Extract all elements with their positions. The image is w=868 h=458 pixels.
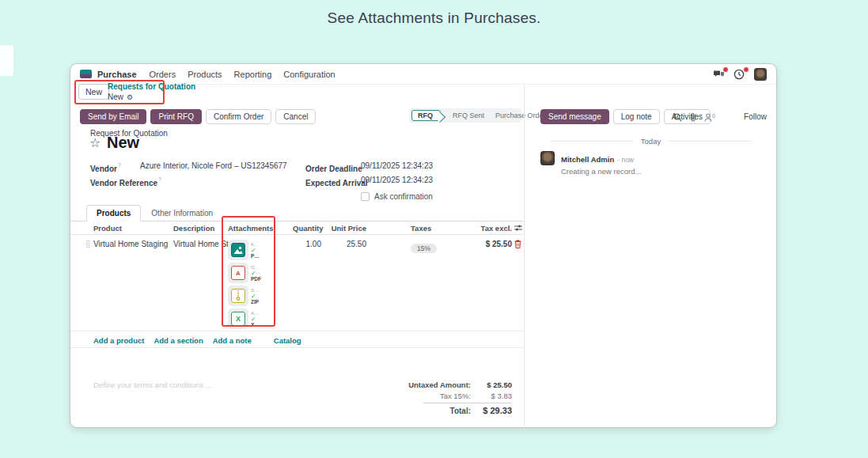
total-label: Total: (450, 407, 471, 415)
table-header: Product Description Attachments Quantity… (70, 221, 523, 235)
favorite-star-icon[interactable]: ☆ (89, 135, 100, 150)
follow-button[interactable]: Follow (744, 112, 767, 121)
screen: See Attachments in Purchases. Purchase O… (0, 0, 868, 458)
attachment-pdf[interactable]: A O… ✓ PDF (228, 263, 293, 283)
breadcrumb-current: New (108, 93, 123, 101)
message-time: - now (617, 156, 634, 164)
add-a-product-link[interactable]: Add a product (93, 336, 144, 345)
optional-columns-icon[interactable] (512, 224, 523, 232)
add-a-section-link[interactable]: Add a section (154, 336, 203, 345)
gear-icon[interactable]: ⚙ (127, 93, 133, 101)
activities-icon[interactable] (733, 69, 745, 80)
send-message-button[interactable]: Send message (540, 109, 609, 124)
cell-attachments: K… ✓ P… A O… ✓ PDF (228, 240, 293, 329)
stage-rfq[interactable]: RFQ (411, 110, 441, 121)
expected-arrival-value[interactable]: 09/11/2025 12:34:23 (361, 176, 433, 184)
vendor-reference-label: Vendor Reference (90, 179, 157, 187)
untaxed-amount-value: $ 25.50 (471, 380, 512, 389)
cell-product[interactable]: Virtual Home Staging (93, 240, 173, 248)
image-file-icon (231, 243, 245, 257)
stage-rfq-sent[interactable]: RFQ Sent (447, 112, 490, 119)
attachment-zip[interactable]: S… ✓ ZIP (228, 286, 293, 306)
record-name: New (107, 134, 139, 152)
cancel-button[interactable]: Cancel (275, 109, 316, 124)
statusbar: RFQ RFQ Sent Purchase Order (409, 108, 521, 123)
cell-quantity[interactable]: 1.00 (293, 240, 321, 248)
search-icon[interactable] (673, 113, 682, 122)
attachment-ext: ZIP (251, 299, 259, 305)
vendor-value[interactable]: Azure Interior, Nicole Ford – US12345677 (140, 161, 287, 170)
col-taxes[interactable]: Taxes (366, 224, 442, 233)
systray (713, 68, 767, 81)
follower-count: 0 (712, 113, 715, 119)
tax-value: $ 3.83 (471, 392, 512, 400)
catalog-link[interactable]: Catalog (274, 336, 301, 345)
add-a-note-link[interactable]: Add a note (213, 336, 252, 345)
section-divider (70, 347, 523, 348)
chatter-icon-group: 0 (673, 112, 715, 122)
attachment-ext: X… (251, 322, 260, 327)
attachment-tile (228, 240, 248, 260)
attachment-image[interactable]: K… ✓ P… (228, 240, 293, 260)
print-rfq-button[interactable]: Print RFQ (150, 109, 201, 124)
check-icon: ✓ (251, 271, 261, 276)
tax-label: Tax 15%: (440, 392, 471, 400)
activities-badge (743, 66, 749, 73)
tab-products[interactable]: Products (86, 205, 141, 221)
cell-unit-price[interactable]: 25.50 (321, 240, 366, 248)
col-unit-price[interactable]: Unit Price (321, 224, 366, 233)
send-by-email-button[interactable]: Send by Email (80, 109, 146, 124)
order-deadline-label: Order Deadline (305, 165, 362, 173)
log-note-button[interactable]: Log note (613, 109, 660, 124)
cell-subtotal: $ 25.50 (442, 240, 512, 248)
messages-icon[interactable] (713, 69, 725, 80)
menu-products[interactable]: Products (188, 70, 222, 79)
col-quantity[interactable]: Quantity (293, 224, 321, 233)
cell-taxes-badge[interactable]: 15% (411, 244, 437, 253)
col-attachments[interactable]: Attachments (228, 224, 293, 233)
attachment-meta: K… ✓ P… (251, 242, 260, 259)
cell-description[interactable]: Virtual Home Staging (173, 240, 228, 248)
ask-confirmation-checkbox[interactable] (361, 192, 370, 201)
paperclip-icon[interactable] (689, 112, 697, 122)
total-value: $ 29.33 (471, 406, 512, 415)
user-avatar[interactable] (754, 68, 767, 81)
menu-reporting[interactable]: Reporting (234, 70, 272, 79)
menu-configuration[interactable]: Configuration (283, 70, 335, 79)
page-title: See Attachments in Purchases. (0, 9, 868, 27)
message-author[interactable]: Mitchell Admin (561, 155, 614, 164)
message-content: Mitchell Admin- now Creating a new recor… (561, 151, 641, 176)
check-icon: ✓ (251, 248, 260, 253)
action-bar: Send by Email Print RFQ Confirm Order Ca… (80, 109, 316, 124)
col-tax-excl[interactable]: Tax excl. (442, 224, 512, 233)
col-product[interactable]: Product (93, 224, 173, 233)
attachment-meta: O… ✓ PDF (251, 265, 261, 282)
breadcrumb: Requests for Quotation New⚙ (108, 82, 195, 102)
tab-other-information[interactable]: Other Information (141, 205, 223, 221)
message-avatar[interactable] (540, 151, 555, 165)
date-divider-label: Today (641, 137, 661, 146)
confirm-order-button[interactable]: Confirm Order (206, 109, 271, 124)
attachment-meta: A… ✓ X… (251, 311, 260, 327)
xlsx-file-icon: X (231, 312, 245, 326)
new-button[interactable]: New (78, 84, 109, 100)
chatter-message: Mitchell Admin- now Creating a new recor… (540, 151, 641, 176)
attachment-tile (228, 286, 248, 306)
app-name[interactable]: Purchase (97, 70, 137, 79)
menu-orders[interactable]: Orders (150, 70, 176, 79)
delete-row-icon[interactable] (512, 240, 523, 248)
table-row: ⣿ Virtual Home Staging Virtual Home Stag… (70, 235, 523, 331)
order-lines-table: Product Description Attachments Quantity… (70, 221, 523, 331)
followers-icon[interactable]: 0 (704, 113, 715, 122)
order-deadline-value[interactable]: 09/11/2025 12:34:23 (361, 161, 433, 170)
notebook-tabs: Products Other Information (86, 205, 223, 221)
col-description[interactable]: Description (173, 224, 228, 233)
totals-divider (423, 403, 512, 403)
attachment-meta: S… ✓ ZIP (251, 288, 259, 305)
breadcrumb-parent-link[interactable]: Requests for Quotation (108, 82, 195, 91)
vendor-label: Vendor (90, 165, 117, 173)
drag-handle-icon[interactable]: ⣿ (85, 240, 93, 248)
zip-file-icon (231, 289, 245, 303)
attachment-xlsx[interactable]: X A… ✓ X… (228, 308, 293, 329)
terms-placeholder[interactable]: Define your terms and conditions ... (93, 380, 211, 389)
